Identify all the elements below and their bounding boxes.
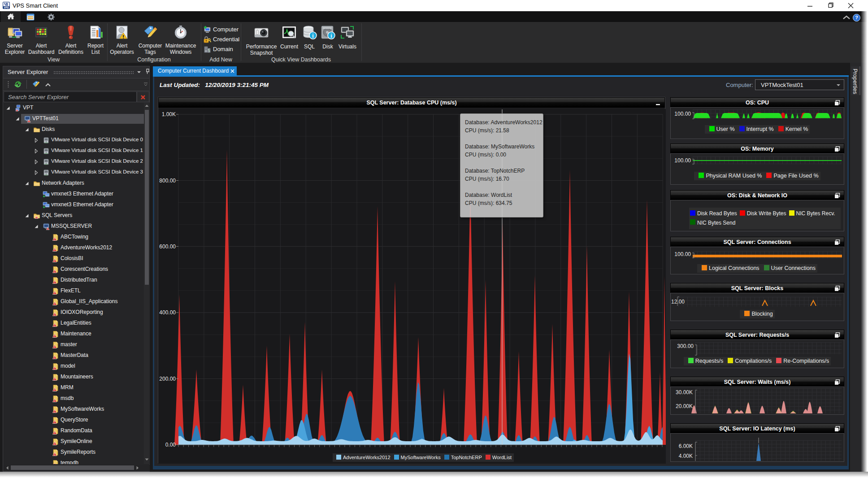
svg-text:!: ! [54, 324, 55, 327]
svg-text:400.00: 400.00 [159, 309, 176, 316]
svg-text:!: ! [54, 270, 55, 273]
svg-text:!: ! [54, 345, 55, 348]
svg-text:VPS: VPS [4, 6, 9, 9]
svg-text:!: ! [54, 421, 55, 424]
svg-text:!: ! [54, 259, 55, 262]
svg-text:!: ! [54, 335, 55, 338]
svg-text:200.00: 200.00 [159, 376, 176, 382]
svg-text:!: ! [54, 464, 55, 464]
svg-text:!: ! [54, 442, 55, 445]
svg-text:!: ! [54, 388, 55, 391]
svg-text:!: ! [54, 367, 55, 370]
svg-text:!: ! [54, 399, 55, 402]
svg-text:1.00K: 1.00K [162, 111, 176, 117]
svg-text:!: ! [54, 238, 55, 241]
svg-text:0.00: 0.00 [165, 442, 176, 448]
svg-text:!: ! [54, 453, 55, 456]
svg-text:!: ! [54, 378, 55, 381]
svg-text:!: ! [54, 356, 55, 359]
svg-text:!: ! [54, 431, 55, 435]
svg-text:!: ! [54, 291, 55, 295]
svg-text:!: ! [54, 302, 55, 305]
svg-text:800.00: 800.00 [159, 178, 176, 184]
svg-text:!: ! [54, 410, 55, 413]
svg-text:!: ! [54, 313, 55, 316]
svg-text:!: ! [54, 281, 55, 284]
svg-text:600.00: 600.00 [159, 243, 176, 250]
svg-text:!: ! [54, 248, 55, 252]
